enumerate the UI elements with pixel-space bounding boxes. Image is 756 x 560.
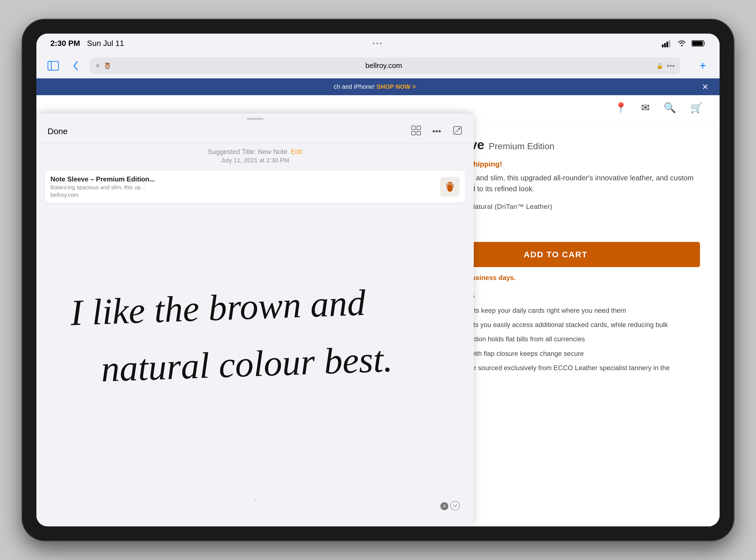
- url-card-thumbnail: [440, 177, 460, 197]
- location-icon[interactable]: 📍: [615, 102, 627, 114]
- svg-rect-21: [417, 126, 421, 129]
- product-page: Note Sleeve Premium Edition $159CAD Free…: [36, 120, 720, 513]
- svg-point-31: [451, 183, 451, 184]
- svg-text:natural colour best.: natural colour best.: [101, 339, 393, 389]
- notes-new-icon[interactable]: [453, 125, 462, 138]
- note-suggestion: Suggested Title: New Note Edit July 11, …: [36, 143, 474, 167]
- svg-text:A: A: [443, 504, 446, 508]
- notes-edit-btn[interactable]: Edit: [291, 148, 302, 156]
- svg-rect-7: [692, 41, 703, 46]
- ipad-frame: 2:30 PM Sun Jul 11 •••: [22, 20, 734, 540]
- search-icon[interactable]: 🔍: [663, 102, 676, 114]
- url-card-desc: Balancing spacious and slim, this up...: [51, 184, 435, 191]
- url-favicon: 🦉: [104, 62, 111, 69]
- scroll-arrow: [450, 501, 460, 512]
- url-card-text: Note Sleeve – Premium Edition... Balanci…: [51, 175, 435, 198]
- url-bar[interactable]: ✕ 🦉 bellroy.com 🔒 •••: [89, 57, 680, 74]
- handwriting-svg: I like the brown and natural colour best…: [51, 215, 460, 513]
- status-bar: 2:30 PM Sun Jul 11 •••: [36, 34, 720, 53]
- product-edition: Premium Edition: [489, 141, 555, 152]
- suggested-title-row: Suggested Title: New Note Edit: [42, 148, 468, 156]
- sidebar-button[interactable]: [45, 57, 62, 74]
- svg-point-34: [451, 501, 459, 510]
- svg-rect-2: [667, 42, 668, 47]
- wifi-icon: [677, 40, 687, 47]
- url-more-btn[interactable]: •••: [667, 61, 675, 70]
- mail-icon[interactable]: ✉: [641, 102, 650, 114]
- url-card-title: Note Sleeve – Premium Edition...: [51, 175, 435, 183]
- pencil-icon: A: [440, 502, 449, 512]
- notes-toolbar: Done: [36, 120, 474, 143]
- status-left: 2:30 PM Sun Jul 11: [51, 39, 124, 48]
- svg-point-30: [448, 183, 449, 184]
- handwriting-area[interactable]: I like the brown and natural colour best…: [36, 207, 474, 513]
- scroll-dot: •: [254, 497, 256, 503]
- status-right: [662, 39, 705, 47]
- notes-more-icon[interactable]: •••: [432, 126, 441, 136]
- svg-rect-23: [417, 131, 421, 135]
- notes-overlay: Done: [36, 120, 474, 513]
- svg-rect-20: [412, 126, 415, 129]
- main-content: ch and iPhone! SHOP NOW > ✕ 📍 ✉ 🔍 🛒: [36, 78, 720, 526]
- battery-icon: [692, 40, 705, 47]
- signal-icon: [662, 39, 672, 47]
- notes-icons: •••: [411, 125, 462, 138]
- banner-close-btn[interactable]: ✕: [702, 82, 709, 92]
- url-card-domain: bellroy.com: [51, 192, 435, 198]
- note-date: July 11, 2021 at 2:30 PM: [42, 157, 468, 164]
- url-close-icon[interactable]: ✕: [95, 62, 100, 69]
- svg-rect-6: [704, 42, 705, 44]
- url-card[interactable]: Note Sleeve – Premium Edition... Balanci…: [45, 171, 465, 203]
- back-button[interactable]: [67, 57, 84, 74]
- svg-rect-22: [412, 131, 415, 135]
- notes-done-button[interactable]: Done: [47, 126, 68, 136]
- selected-color-name: Natural (DriTan™ Leather): [470, 203, 552, 210]
- url-text[interactable]: bellroy.com: [115, 61, 653, 70]
- notes-grid-icon[interactable]: [411, 125, 421, 138]
- cart-icon[interactable]: 🛒: [690, 102, 703, 114]
- svg-text:I like the brown and: I like the brown and: [69, 282, 366, 333]
- safari-bar: ✕ 🦉 bellroy.com 🔒 ••• +: [36, 53, 720, 78]
- status-time: 2:30 PM: [51, 39, 80, 48]
- add-tab-button[interactable]: +: [694, 57, 711, 74]
- url-lock-icon: 🔒: [656, 62, 663, 69]
- svg-rect-0: [662, 44, 663, 47]
- svg-rect-1: [664, 43, 666, 47]
- svg-point-4: [681, 45, 683, 46]
- notes-panel: Done: [36, 120, 474, 513]
- svg-rect-3: [669, 40, 670, 47]
- ipad-screen: 2:30 PM Sun Jul 11 •••: [36, 34, 720, 526]
- svg-rect-8: [48, 61, 59, 70]
- status-date: Sun Jul 11: [87, 39, 124, 48]
- bellroy-owl-logo: [443, 180, 457, 194]
